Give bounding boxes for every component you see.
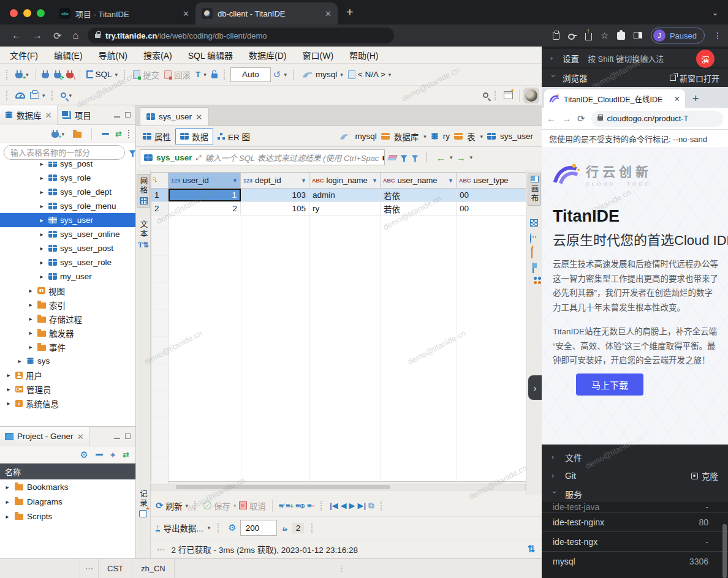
maximize-view-icon[interactable] <box>125 434 131 439</box>
edit-row-icon[interactable]: ≡∕ <box>279 501 283 510</box>
reload-icon[interactable]: ⟳ <box>53 30 61 42</box>
dashboard-button[interactable] <box>13 88 28 103</box>
cell-user-name[interactable]: 若依 <box>381 189 457 201</box>
table-filter-input[interactable] <box>4 145 125 160</box>
project-item-diagrams[interactable]: ▸Diagrams <box>0 494 135 509</box>
context-schema[interactable]: ry <box>443 132 450 141</box>
delete-row-icon[interactable]: ≡− <box>307 501 314 510</box>
grid-row-1[interactable]: 1 1 103 admin 若依 00 <box>151 189 526 202</box>
menu-database[interactable]: 数据库(D) <box>249 49 286 61</box>
back-icon[interactable]: ← <box>547 113 556 124</box>
tree-item-sys-user[interactable]: ▸sys_user <box>0 213 135 227</box>
row-number[interactable]: 2 <box>151 202 169 215</box>
transaction-mode-button[interactable]: T▾ <box>193 67 209 83</box>
row-number[interactable]: 1 <box>151 189 169 201</box>
search-button[interactable]: ▾ <box>58 88 75 103</box>
view-properties-button[interactable]: 属性 <box>138 128 175 145</box>
scrollbar-thumb[interactable] <box>722 524 727 578</box>
view-data-button[interactable]: 数据 <box>175 128 213 145</box>
minimize-view-icon[interactable] <box>114 116 120 118</box>
connect-button[interactable] <box>39 67 51 83</box>
context-database-select[interactable]: 数据库 <box>394 130 419 143</box>
switch-presentation-icon[interactable]: ⇅ <box>528 543 536 555</box>
duplicate-row-icon[interactable]: ≡⊕ <box>295 501 305 510</box>
maximize-window-button[interactable] <box>37 9 45 17</box>
expand-filter-icon[interactable]: ⤢ <box>196 154 202 162</box>
filter-funnel-icon[interactable] <box>129 150 136 154</box>
close-icon[interactable]: ✕ <box>77 432 84 441</box>
tree-item-events[interactable]: ▸事件 <box>0 340 135 354</box>
service-row[interactable]: mysql 3306 <box>542 551 728 571</box>
expand-all-icon[interactable]: + <box>110 450 115 460</box>
services-section-row[interactable]: › 服务 <box>542 485 728 503</box>
export-data-button[interactable]: 导出数据... <box>164 522 203 534</box>
service-row[interactable]: ide-test-java - <box>542 502 728 512</box>
clipboard-icon[interactable] <box>553 32 559 40</box>
column-header-user-type[interactable]: ABC user_type <box>457 173 524 188</box>
statusbar-more-icon[interactable]: ⋯ <box>80 559 99 578</box>
column-header-user-name[interactable]: ABC user_name ▼ <box>381 173 457 188</box>
clear-filter-eraser-icon[interactable] <box>387 155 397 160</box>
grid-row-2[interactable]: 2 2 105 ry 若依 00 <box>151 202 526 216</box>
tree-item-sys-user-online[interactable]: ▸sys_user_online <box>0 227 135 241</box>
active-connection-select[interactable]: mysql▾ <box>300 67 346 83</box>
next-row-icon[interactable]: ▶ <box>349 501 355 510</box>
assist-browser-tab[interactable]: TitanIDE_CloudIDE_在线IDE ✕ <box>544 89 685 108</box>
git-clone-button[interactable]: 克隆 <box>691 470 718 482</box>
tree-item-triggers[interactable]: ▸触发器 <box>0 326 135 340</box>
quick-search-button[interactable] <box>480 88 491 103</box>
sort-icon[interactable]: ▼ <box>232 178 238 184</box>
nav-back-arrow-icon[interactable]: ← <box>436 152 446 163</box>
files-section-row[interactable]: › 文件 <box>542 448 728 467</box>
tab-projects[interactable]: 项目 <box>58 105 96 125</box>
transaction-lock-button[interactable] <box>209 67 220 83</box>
editor-tab-sys-user[interactable]: sys_user ✕ <box>140 107 209 126</box>
references-panel-icon[interactable] <box>533 263 534 273</box>
profile-button[interactable]: J Paused <box>651 28 705 43</box>
refresh-icon[interactable]: ⟳ <box>156 500 164 511</box>
tab-search-chevron-icon[interactable]: ⌄ <box>712 9 718 17</box>
value-viewer-icon[interactable] <box>530 219 538 227</box>
transaction-log-button[interactable]: ↺▾ <box>271 67 289 83</box>
menu-navigate[interactable]: 导航(N) <box>99 49 127 61</box>
new-connection-small-button[interactable]: +▾ <box>49 126 67 142</box>
tree-item-sys-role-menu[interactable]: ▸sys_role_menu <box>0 199 135 213</box>
horizontal-scrollbar[interactable] <box>151 484 526 490</box>
tree-item-sys-role[interactable]: ▸sys_role <box>0 171 135 185</box>
link-with-editor-icon[interactable]: ⇄ <box>115 129 122 138</box>
service-row[interactable]: ide-test-nginx 80 <box>542 512 728 531</box>
cell-user-id[interactable]: 2 <box>169 202 241 215</box>
tree-item-my-user[interactable]: ▸my_user <box>0 269 135 283</box>
menu-help[interactable]: 帮助(H) <box>349 49 378 61</box>
close-tab-icon[interactable]: ✕ <box>183 9 189 18</box>
browser-tab-project[interactable]: <t> 项目 - TitanIDE ✕ <box>53 2 195 24</box>
fetch-page-icon[interactable]: ⧉ <box>368 501 374 511</box>
apply-filter-icon[interactable]: ▶ <box>382 154 385 161</box>
minimize-view-icon[interactable] <box>114 437 120 439</box>
sort-icon[interactable]: ▼ <box>301 178 306 184</box>
refresh-button[interactable]: 刷新 <box>166 500 183 512</box>
sort-icon[interactable]: ▼ <box>448 178 453 184</box>
close-icon[interactable]: ✕ <box>195 112 202 122</box>
service-row[interactable]: ide-test-ngx - <box>542 531 728 551</box>
tree-item-procedures[interactable]: ▸存储过程 <box>0 312 135 326</box>
menu-file[interactable]: 文件(F) <box>10 49 38 61</box>
new-connection-button[interactable]: +▾ <box>13 67 31 83</box>
calc-panel-icon[interactable] <box>530 233 531 244</box>
expand-panel-chevron[interactable]: › <box>528 375 542 400</box>
link-with-editor-icon[interactable]: ⇄ <box>123 450 129 459</box>
cell-user-type[interactable]: 00 <box>457 202 524 215</box>
git-section-row[interactable]: › Git 克隆 <box>542 467 728 485</box>
back-icon[interactable]: ← <box>12 30 21 41</box>
project-item-scripts[interactable]: ▸Scripts <box>0 509 135 524</box>
reload-icon[interactable]: ⟳ <box>577 113 585 124</box>
tab-database-navigator[interactable]: 数据库 ✕ <box>0 105 58 125</box>
add-row-icon[interactable]: ≡+ <box>286 501 293 510</box>
tree-item-system-info[interactable]: ▸i系统信息 <box>0 396 135 410</box>
tab-project-general[interactable]: Project - Gener ✕ <box>0 427 89 446</box>
column-header-login-name[interactable]: ABC login_name ▼ <box>309 173 381 188</box>
tree-item-sys-role-dept[interactable]: ▸sys_role_dept <box>0 185 135 199</box>
url-omnibox[interactable]: try.titanide.cn/ide/web/coding/db-client… <box>88 28 394 43</box>
tree-item-users[interactable]: ▸用户 <box>0 368 135 382</box>
status-more-icon[interactable]: ⋯ <box>157 544 165 554</box>
